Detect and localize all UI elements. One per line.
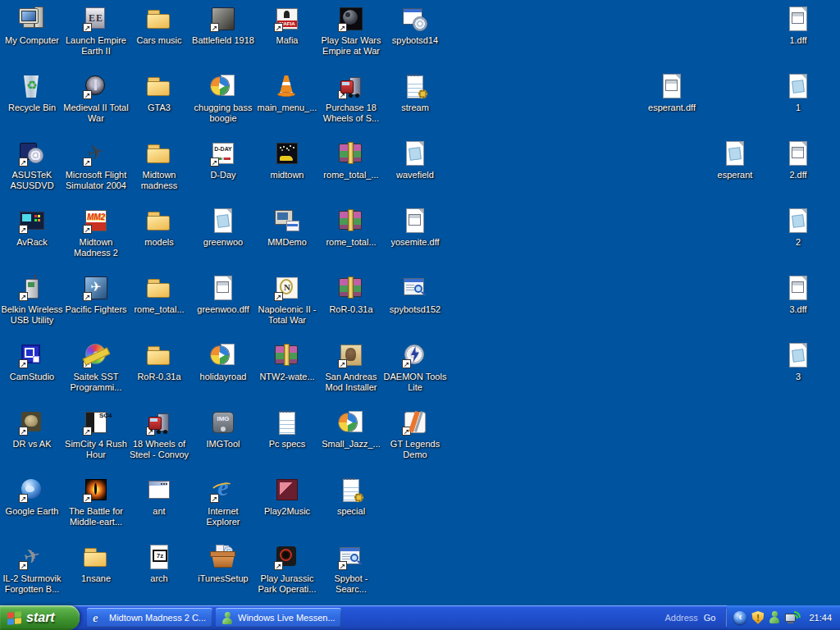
desktop-icon-rome-total[interactable]: rome_total... xyxy=(126,274,192,315)
desktop-icon-gt-legends-demo[interactable]: ↗GT Legends Demo xyxy=(382,409,448,460)
desktop-icon-spybot-searc[interactable]: ↗Spybot - Searc... xyxy=(318,543,384,595)
desktop-icon-yosemite-dff[interactable]: yosemite.dff xyxy=(382,207,448,248)
desktop-icon-wavefield[interactable]: wavefield xyxy=(382,139,448,180)
desktop-icon-ntw2-wate[interactable]: NTW2-wate... xyxy=(254,341,320,382)
shortcut-arrow-icon: ↗ xyxy=(19,225,28,234)
desktop-icon-microsoft-flight-simulator-2004[interactable]: ✈↗Microsoft Flight Simulator 2004 xyxy=(63,139,129,191)
desktop-icon-2-dff[interactable]: 2.dff xyxy=(765,139,831,180)
doc-icon xyxy=(401,139,429,167)
globe-icon: ↗ xyxy=(18,476,46,504)
icon-label: 2 xyxy=(796,237,801,248)
desktop-icon-ror-0-31a[interactable]: RoR-0.31a xyxy=(126,341,192,382)
desktop-icon-google-earth[interactable]: ↗Google Earth xyxy=(0,476,65,517)
icon-label: AvRack xyxy=(16,237,48,248)
desktop-icon-asustek-asusdvd[interactable]: ↗ASUSTeK ASUSDVD xyxy=(0,139,65,191)
shortcut-arrow-icon: ↗ xyxy=(274,561,283,570)
desktop-icon-rome-total[interactable]: rome_total... xyxy=(318,207,384,248)
desktop-icon-mafia[interactable]: MAFIA↗Mafia xyxy=(254,5,320,46)
icon-label: Napoleonic II - Total War xyxy=(254,304,320,326)
desktop-icon-dr-vs-ak[interactable]: ↗DR vs AK xyxy=(0,409,65,450)
desktop-icon-esperant[interactable]: esperant xyxy=(702,139,768,180)
desktop-icon-special[interactable]: special xyxy=(318,476,384,517)
desktop-icon-1nsane[interactable]: 1nsane xyxy=(63,543,129,584)
desktop-icon-chugging-bass-boogie[interactable]: chugging bass boogie xyxy=(190,72,256,124)
network-status-icon[interactable] xyxy=(785,611,801,624)
icon-label: MMDemo xyxy=(267,237,307,248)
desktop-icon-ant[interactable]: ant xyxy=(126,476,192,517)
icon-glyph: N xyxy=(273,282,301,292)
desktop-icon-main-menu[interactable]: main_menu_... xyxy=(254,72,320,113)
desktop-icon-purchase-18-wheels-of-s[interactable]: ↗Purchase 18 Wheels of S... xyxy=(318,72,384,124)
desktop-icon-mmdemo[interactable]: MMDemo xyxy=(254,207,320,248)
desktop-icon-napoleonic-ii-total-war[interactable]: N↗Napoleonic II - Total War xyxy=(254,274,320,326)
tray-clock[interactable]: 21:44 xyxy=(809,613,832,623)
desktop-icon-play-star-wars-empire-at-war[interactable]: ↗Play Star Wars Empire at War xyxy=(318,5,384,57)
desktop-icon-holidayroad[interactable]: holidayroad xyxy=(190,341,256,382)
shortcut-arrow-icon: ↗ xyxy=(210,494,219,503)
desktop-icon-models[interactable]: models xyxy=(126,207,192,248)
desktop-icon-cars-music[interactable]: Cars music xyxy=(126,5,192,46)
address-go-button[interactable]: Go xyxy=(704,613,716,623)
desktop[interactable]: My Computer♻Recycle Bin↗ASUSTeK ASUSDVD↗… xyxy=(0,0,840,605)
desktop-icon-ror-0-31a[interactable]: RoR-0.31a xyxy=(318,274,384,315)
desktop-icon-3[interactable]: 3 xyxy=(765,341,831,382)
shortcut-arrow-icon: ↗ xyxy=(402,427,411,436)
icon-label: My Computer xyxy=(5,35,59,46)
desktop-icon-internet-explorer[interactable]: e↗Internet Explorer xyxy=(190,476,256,527)
desktop-icon-small-jazz[interactable]: Small_Jazz_... xyxy=(318,409,384,450)
gtl-icon: ↗ xyxy=(401,409,429,436)
desktop-icon-imgtool[interactable]: IMGIMGTool xyxy=(190,409,256,450)
desktop-icon-daemon-tools-lite[interactable]: ↗DAEMON Tools Lite xyxy=(382,341,448,393)
media-icon xyxy=(209,72,237,100)
desktop-icon-pc-specs[interactable]: Pc specs xyxy=(254,409,320,450)
taskbar-task-midtown-madness-2-c[interactable]: eMidtown Madness 2 C... xyxy=(87,608,212,628)
messenger-status-icon[interactable] xyxy=(769,611,780,624)
notepad-icon xyxy=(273,409,301,436)
desktop-icon-play2music[interactable]: Play2Music xyxy=(254,476,320,517)
desktop-icon-midtown[interactable]: midtown xyxy=(254,139,320,180)
desktop-icon-launch-empire-earth-ii[interactable]: EE↗Launch Empire Earth II xyxy=(63,5,129,57)
desktop-icon-recycle-bin[interactable]: ♻Recycle Bin xyxy=(0,72,65,113)
taskbar-task-windows-live-messen[interactable]: Windows Live Messen... xyxy=(216,608,341,628)
desktop-icon-greenwoo[interactable]: greenwoo xyxy=(190,207,256,248)
desktop-icon-arch[interactable]: 7zarch xyxy=(126,543,192,584)
desktop-icon-1-dff[interactable]: 1.dff xyxy=(765,5,831,46)
desktop-icon-belkin-wireless-usb-utility[interactable]: ↗Belkin Wireless USB Utility xyxy=(0,274,65,326)
desktop-icon-2[interactable]: 2 xyxy=(765,207,831,248)
desktop-icon-avrack[interactable]: ↗AvRack xyxy=(0,207,65,248)
desktop-icon-1[interactable]: 1 xyxy=(765,72,831,113)
desktop-icon-battlefield-1918[interactable]: ↗Battlefield 1918 xyxy=(190,5,256,46)
desktop-icon-rome-total[interactable]: rome_total_... xyxy=(318,139,384,180)
hide-notifications-chevron-icon[interactable]: ‹ xyxy=(733,611,746,624)
desktop-icon-itunessetup[interactable]: iTunesSetup xyxy=(190,543,256,584)
desktop-icon-medieval-ii-total-war[interactable]: ↗Medieval II Total War xyxy=(63,72,129,124)
desktop-icon-18-wheels-of-steel-convoy[interactable]: ↗18 Wheels of Steel - Convoy xyxy=(126,409,192,460)
start-button[interactable]: start xyxy=(0,605,80,630)
desktop-icon-il-2-sturmovik-forgotten-b[interactable]: ✈↗IL-2 Sturmovik Forgotten B... xyxy=(0,543,65,595)
desktop-icon-greenwoo-dff[interactable]: greenwoo.dff xyxy=(190,274,256,315)
desktop-icon-esperant-dff[interactable]: esperant.dff xyxy=(639,72,705,113)
icon-label: greenwoo xyxy=(203,237,243,248)
plane-icon: ✈↗ xyxy=(18,543,46,571)
desktop-icon-camstudio[interactable]: ↗CamStudio xyxy=(0,341,65,382)
desktop-icon-3-dff[interactable]: 3.dff xyxy=(765,274,831,315)
desktop-icon-my-computer[interactable]: My Computer xyxy=(0,5,65,46)
desktop-icon-stream[interactable]: stream xyxy=(382,72,448,113)
desktop-icon-midtown-madness-2[interactable]: MM2↗Midtown Madness 2 xyxy=(63,207,129,258)
desktop-icon-gta3[interactable]: GTA3 xyxy=(126,72,192,113)
desktop-icon-saitek-sst-programmi[interactable]: ↗Saitek SST Programmi... xyxy=(63,341,129,393)
desktop-icon-simcity-4-rush-hour[interactable]: SC4↗SimCity 4 Rush Hour xyxy=(63,409,129,460)
desktop-icon-the-battle-for-middle-eart[interactable]: ↗The Battle for Middle-eart... xyxy=(63,476,129,527)
desktop-icon-pacific-fighters[interactable]: ✈↗Pacific Fighters xyxy=(63,274,129,315)
belkin-icon: ↗ xyxy=(18,274,46,302)
desktop-icon-spybotsd14[interactable]: spybotsd14 xyxy=(382,5,448,46)
desktop-icon-play-jurassic-park-operati[interactable]: ↗Play Jurassic Park Operati... xyxy=(254,543,320,595)
desktop-icon-san-andreas-mod-installer[interactable]: ↗San Andreas Mod Installer xyxy=(318,341,384,393)
security-alerts-shield-icon[interactable]: ! xyxy=(751,611,764,624)
desktop-icon-spybotsd152[interactable]: spybotsd152 xyxy=(382,274,448,315)
recycle-icon: ♻ xyxy=(18,72,46,100)
truck-icon: ↗ xyxy=(145,409,173,436)
desktop-icon-midtown-madness[interactable]: Midtown madness xyxy=(126,139,192,191)
windows-flag-icon xyxy=(7,611,21,625)
desktop-icon-d-day[interactable]: D-DAY↗D-Day xyxy=(190,139,256,180)
